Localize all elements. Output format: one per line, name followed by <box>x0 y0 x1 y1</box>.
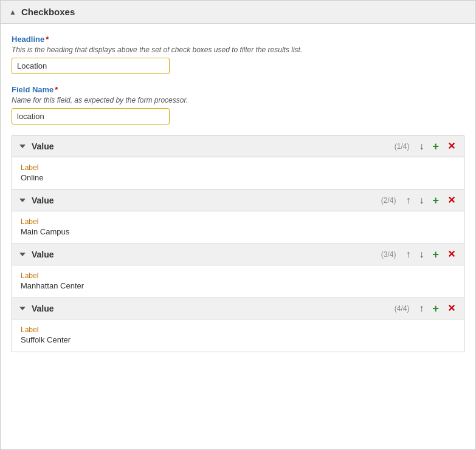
section-title: Checkboxes <box>21 7 75 17</box>
value-header-right-2: (2/4) ↑ ↓ + ✕ <box>381 195 457 206</box>
value-up-btn-4[interactable]: ↑ <box>418 304 425 313</box>
value-label-text-2: Label <box>21 217 455 226</box>
value-header-3[interactable]: Value (3/4) ↑ ↓ + ✕ <box>12 244 464 265</box>
value-down-btn-1[interactable]: ↓ <box>418 141 425 151</box>
value-body-2: Label Main Campus <box>12 211 464 244</box>
value-name-2: Main Campus <box>21 227 455 236</box>
value-section-1: Value (1/4) ↓ + ✕ Label Online <box>12 135 464 190</box>
value-header-right-3: (3/4) ↑ ↓ + ✕ <box>381 249 457 260</box>
value-chevron-3 <box>19 253 26 256</box>
value-label-text-4: Label <box>21 326 455 334</box>
value-chevron-1 <box>19 145 26 148</box>
headline-hint: This is the heading that displays above … <box>12 46 464 54</box>
value-counter-3: (3/4) <box>381 250 396 259</box>
value-header-1[interactable]: Value (1/4) ↓ + ✕ <box>12 136 464 157</box>
headline-label: Headline* <box>12 35 464 44</box>
value-header-right-1: (1/4) ↓ + ✕ <box>395 141 457 152</box>
value-body-3: Label Manhattan Center <box>12 265 464 298</box>
fieldname-input[interactable] <box>12 108 170 124</box>
headline-input[interactable] <box>12 58 170 74</box>
fieldname-required: * <box>55 85 58 94</box>
value-section-4: Value (4/4) ↑ + ✕ Label Suffolk Center <box>12 298 464 352</box>
value-chevron-4 <box>19 307 26 310</box>
value-up-btn-3[interactable]: ↑ <box>404 250 412 259</box>
fieldname-label: Field Name* <box>12 85 464 94</box>
value-body-4: Label Suffolk Center <box>12 319 464 352</box>
headline-required: * <box>46 35 49 44</box>
value-header-2[interactable]: Value (2/4) ↑ ↓ + ✕ <box>12 190 464 211</box>
section-header[interactable]: ▲ Checkboxes <box>1 1 475 24</box>
value-add-btn-4[interactable]: + <box>431 303 440 314</box>
fieldname-hint: Name for this field, as expected by the … <box>12 96 464 104</box>
value-remove-btn-3[interactable]: ✕ <box>446 250 457 259</box>
value-down-btn-2[interactable]: ↓ <box>418 196 425 205</box>
value-add-btn-3[interactable]: + <box>431 249 440 260</box>
value-header-4[interactable]: Value (4/4) ↑ + ✕ <box>12 298 464 319</box>
content-area: Headline* This is the heading that displ… <box>1 24 475 363</box>
value-name-4: Suffolk Center <box>21 335 455 344</box>
value-name-3: Manhattan Center <box>21 281 455 290</box>
value-counter-2: (2/4) <box>381 196 396 205</box>
collapse-icon[interactable]: ▲ <box>9 8 16 16</box>
value-header-right-4: (4/4) ↑ + ✕ <box>395 303 457 314</box>
value-counter-4: (4/4) <box>395 304 410 313</box>
value-chevron-2 <box>19 199 26 202</box>
value-label-text-1: Label <box>21 163 455 172</box>
value-add-btn-1[interactable]: + <box>431 141 440 152</box>
value-section-3: Value (3/4) ↑ ↓ + ✕ Label Manhattan Cent… <box>12 244 464 298</box>
value-remove-btn-2[interactable]: ✕ <box>446 196 457 205</box>
value-header-left-4: Value <box>19 304 54 313</box>
value-label-text-3: Label <box>21 271 455 280</box>
value-counter-1: (1/4) <box>395 142 410 151</box>
value-remove-btn-1[interactable]: ✕ <box>446 141 457 151</box>
value-title-2: Value <box>32 196 54 205</box>
value-remove-btn-4[interactable]: ✕ <box>446 304 457 313</box>
headline-group: Headline* This is the heading that displ… <box>12 35 464 74</box>
value-down-btn-3[interactable]: ↓ <box>418 250 425 259</box>
value-title-3: Value <box>32 250 54 259</box>
values-container: Value (1/4) ↓ + ✕ Label Online <box>12 135 464 352</box>
value-header-left-1: Value <box>19 141 54 151</box>
page-container: ▲ Checkboxes Headline* This is the headi… <box>0 0 476 450</box>
value-title-4: Value <box>32 304 54 313</box>
value-body-1: Label Online <box>12 157 464 189</box>
value-header-left-2: Value <box>19 196 54 205</box>
value-add-btn-2[interactable]: + <box>431 195 440 206</box>
value-title-1: Value <box>32 141 54 151</box>
value-section-2: Value (2/4) ↑ ↓ + ✕ Label Main Campus <box>12 190 464 244</box>
value-up-btn-2[interactable]: ↑ <box>404 196 412 205</box>
fieldname-group: Field Name* Name for this field, as expe… <box>12 85 464 124</box>
value-name-1: Online <box>21 173 455 182</box>
value-header-left-3: Value <box>19 250 54 259</box>
